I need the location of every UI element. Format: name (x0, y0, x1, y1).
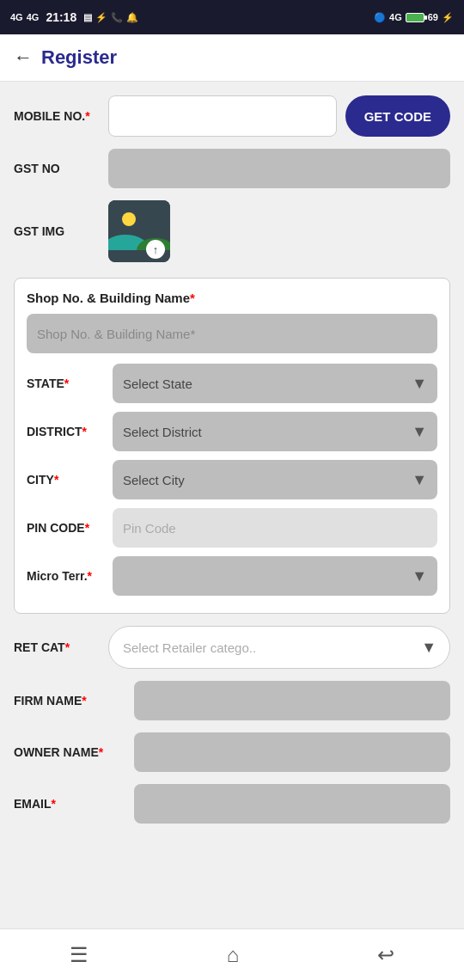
firm-name-label: FIRM NAME* (14, 694, 134, 707)
micro-terr-dropdown-wrapper: ▼ (113, 556, 437, 596)
status-left: 4G 4G 21:18 ▤ ⚡ 📞 🔔 (10, 10, 138, 24)
gst-img-upload[interactable]: ↑ (108, 200, 170, 262)
gst-no-input[interactable] (108, 149, 450, 188)
signal-icon-1: 4G (10, 12, 23, 22)
email-label: EMAIL* (14, 797, 134, 811)
city-label: CITY* (27, 473, 113, 487)
battery-icon (406, 13, 424, 22)
ret-cat-wrapper: Select Retailer catego.. ▼ (108, 626, 450, 669)
state-row: STATE* Select State ▼ (27, 364, 437, 403)
upload-icon: ↑ (146, 240, 165, 259)
micro-terr-row: Micro Terr.* ▼ (27, 556, 437, 596)
mobile-input[interactable] (108, 95, 337, 137)
page-title: Register (41, 46, 117, 69)
firm-name-input[interactable] (134, 681, 450, 720)
main-content: MOBILE NO.* GET CODE GST NO GST IMG ↑ (0, 82, 464, 928)
gst-no-row: GST NO (14, 149, 450, 188)
state-label: STATE* (27, 377, 113, 390)
time-display: 21:18 (46, 10, 76, 24)
home-icon: ⌂ (227, 943, 240, 967)
back-button[interactable]: ← (14, 46, 33, 69)
back-nav-button[interactable]: ↩ (360, 936, 412, 974)
usb-icon: ⚡ (95, 12, 107, 23)
district-label: DISTRICT* (27, 425, 113, 438)
home-button[interactable]: ⌂ (210, 936, 257, 974)
status-right: 🔵 4G 69 ⚡ (374, 12, 454, 23)
ret-cat-select[interactable]: Select Retailer catego.. (108, 626, 450, 669)
mobile-label: MOBILE NO.* (14, 109, 108, 123)
owner-name-label: OWNER NAME* (14, 745, 134, 759)
email-input[interactable] (134, 784, 450, 824)
signal-icon-2: 4G (27, 12, 40, 22)
status-bar: 4G 4G 21:18 ▤ ⚡ 📞 🔔 🔵 4G 69 ⚡ (0, 0, 464, 34)
bottom-nav: ☰ ⌂ ↩ (0, 928, 464, 980)
firm-name-row: FIRM NAME* (14, 681, 450, 720)
back-nav-icon: ↩ (377, 943, 394, 967)
district-dropdown-wrapper: Select District ▼ (113, 412, 437, 451)
shop-card-title: Shop No. & Building Name* (27, 291, 437, 305)
district-select[interactable]: Select District (113, 412, 437, 451)
notification-icon: 🔔 (126, 12, 138, 23)
bt-icon: 🔵 (374, 12, 386, 23)
ret-cat-label: RET CAT* (14, 640, 108, 654)
gst-no-label: GST NO (14, 162, 108, 175)
gst-img-label: GST IMG (14, 224, 108, 238)
get-code-button[interactable]: GET CODE (345, 95, 450, 137)
pin-code-label: PIN CODE* (27, 521, 113, 535)
city-row: CITY* Select City ▼ (27, 460, 437, 499)
micro-terr-label: Micro Terr.* (27, 569, 113, 583)
battery-percent: 69 (428, 12, 438, 22)
ret-cat-row: RET CAT* Select Retailer catego.. ▼ (14, 626, 450, 669)
menu-icon: ☰ (70, 943, 89, 967)
state-dropdown-wrapper: Select State ▼ (113, 364, 437, 403)
shop-card: Shop No. & Building Name* STATE* Select … (14, 278, 450, 614)
sim-icon: ▤ (83, 12, 92, 23)
state-select[interactable]: Select State (113, 364, 437, 403)
phone-icon: 📞 (111, 12, 123, 23)
email-row: EMAIL* (14, 784, 450, 824)
shop-name-input[interactable] (27, 314, 437, 353)
pin-code-input[interactable] (113, 508, 437, 548)
charging-icon: ⚡ (442, 12, 454, 23)
district-row: DISTRICT* Select District ▼ (27, 412, 437, 451)
pin-code-row: PIN CODE* (27, 508, 437, 548)
mobile-row: MOBILE NO.* GET CODE (14, 95, 450, 137)
menu-button[interactable]: ☰ (52, 936, 106, 974)
owner-name-row: OWNER NAME* (14, 732, 450, 772)
gst-img-row: GST IMG ↑ (14, 200, 450, 262)
city-select[interactable]: Select City (113, 460, 437, 499)
header: ← Register (0, 34, 464, 82)
owner-name-input[interactable] (134, 732, 450, 772)
network-icon: 4G (389, 12, 402, 22)
micro-terr-select[interactable] (113, 556, 437, 596)
city-dropdown-wrapper: Select City ▼ (113, 460, 437, 499)
mobile-required: * (85, 109, 89, 123)
